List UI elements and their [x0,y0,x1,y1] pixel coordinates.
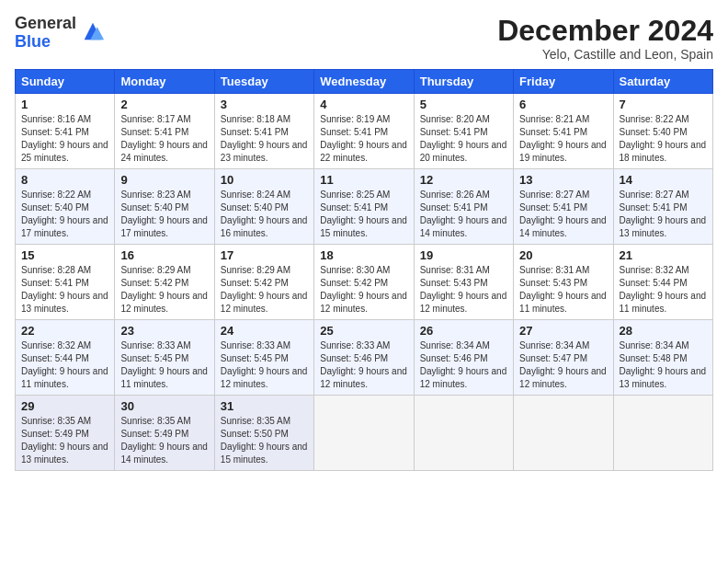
header-monday: Monday [115,70,214,94]
day-number: 17 [221,248,308,262]
day-number: 30 [120,399,208,413]
day-info: Sunrise: 8:27 AMSunset: 5:41 PMDaylight:… [519,190,607,238]
day-info: Sunrise: 8:22 AMSunset: 5:40 PMDaylight:… [21,190,108,238]
table-row: 1 Sunrise: 8:16 AMSunset: 5:41 PMDayligh… [16,94,115,169]
day-number: 25 [320,324,407,338]
day-info: Sunrise: 8:29 AMSunset: 5:42 PMDaylight:… [221,265,308,314]
header-sunday: Sunday [16,70,115,94]
day-info: Sunrise: 8:33 AMSunset: 5:46 PMDaylight:… [320,340,407,389]
table-row [514,396,613,471]
day-number: 2 [120,98,208,111]
header-friday: Friday [514,70,613,94]
day-info: Sunrise: 8:29 AMSunset: 5:42 PMDaylight:… [120,265,208,314]
day-info: Sunrise: 8:18 AMSunset: 5:41 PMDaylight:… [221,114,308,163]
logo-blue: Blue [15,33,76,52]
day-info: Sunrise: 8:30 AMSunset: 5:42 PMDaylight:… [320,265,407,314]
table-row: 6 Sunrise: 8:21 AMSunset: 5:41 PMDayligh… [514,94,613,169]
day-info: Sunrise: 8:22 AMSunset: 5:40 PMDaylight:… [620,114,707,163]
table-row: 15 Sunrise: 8:28 AMSunset: 5:41 PMDaylig… [16,245,115,320]
table-row: 5 Sunrise: 8:20 AMSunset: 5:41 PMDayligh… [414,94,513,169]
table-row: 4 Sunrise: 8:19 AMSunset: 5:41 PMDayligh… [314,94,414,169]
day-number: 11 [320,173,407,187]
day-number: 26 [420,324,507,338]
day-info: Sunrise: 8:35 AMSunset: 5:49 PMDaylight:… [120,416,208,465]
page-container: General Blue December 2024 Yelo, Castill… [0,0,728,480]
table-row: 26 Sunrise: 8:34 AMSunset: 5:46 PMDaylig… [414,320,513,396]
table-row: 10 Sunrise: 8:24 AMSunset: 5:40 PMDaylig… [214,169,313,245]
header-saturday: Saturday [613,70,712,94]
table-row [314,396,414,471]
day-info: Sunrise: 8:16 AMSunset: 5:41 PMDaylight:… [21,114,108,163]
calendar-week-3: 22 Sunrise: 8:32 AMSunset: 5:44 PMDaylig… [16,320,713,396]
day-info: Sunrise: 8:17 AMSunset: 5:41 PMDaylight:… [120,114,208,163]
day-number: 31 [221,399,308,413]
table-row: 9 Sunrise: 8:23 AMSunset: 5:40 PMDayligh… [115,169,214,245]
day-number: 4 [320,98,407,111]
day-info: Sunrise: 8:34 AMSunset: 5:48 PMDaylight:… [620,340,707,389]
table-row: 23 Sunrise: 8:33 AMSunset: 5:45 PMDaylig… [115,320,214,396]
day-number: 15 [21,248,108,262]
day-number: 18 [320,248,407,262]
day-number: 12 [420,173,507,187]
table-row: 21 Sunrise: 8:32 AMSunset: 5:44 PMDaylig… [613,245,712,320]
day-info: Sunrise: 8:26 AMSunset: 5:41 PMDaylight:… [420,190,507,238]
day-number: 21 [620,248,707,262]
logo-icon [80,18,106,44]
day-info: Sunrise: 8:28 AMSunset: 5:41 PMDaylight:… [21,265,108,314]
title-block: December 2024 Yelo, Castille and Leon, S… [497,15,713,62]
table-row: 14 Sunrise: 8:27 AMSunset: 5:41 PMDaylig… [613,169,712,245]
day-info: Sunrise: 8:31 AMSunset: 5:43 PMDaylight:… [420,265,507,314]
day-number: 23 [120,324,208,338]
table-row [613,396,712,471]
day-info: Sunrise: 8:35 AMSunset: 5:49 PMDaylight:… [21,416,108,465]
day-info: Sunrise: 8:35 AMSunset: 5:50 PMDaylight:… [221,416,308,465]
day-number: 24 [221,324,308,338]
day-number: 29 [21,399,108,413]
day-number: 5 [420,98,507,111]
table-row: 12 Sunrise: 8:26 AMSunset: 5:41 PMDaylig… [414,169,513,245]
day-number: 22 [21,324,108,338]
table-row: 8 Sunrise: 8:22 AMSunset: 5:40 PMDayligh… [16,169,115,245]
table-row [414,396,513,471]
table-row: 3 Sunrise: 8:18 AMSunset: 5:41 PMDayligh… [214,94,313,169]
table-row: 17 Sunrise: 8:29 AMSunset: 5:42 PMDaylig… [214,245,313,320]
table-row: 25 Sunrise: 8:33 AMSunset: 5:46 PMDaylig… [314,320,414,396]
day-info: Sunrise: 8:33 AMSunset: 5:45 PMDaylight:… [221,340,308,389]
day-number: 7 [620,98,707,111]
table-row: 31 Sunrise: 8:35 AMSunset: 5:50 PMDaylig… [214,396,313,471]
day-number: 20 [519,248,607,262]
table-row: 20 Sunrise: 8:31 AMSunset: 5:43 PMDaylig… [514,245,613,320]
day-info: Sunrise: 8:27 AMSunset: 5:41 PMDaylight:… [620,190,707,238]
day-number: 13 [519,173,607,187]
header-wednesday: Wednesday [314,70,414,94]
table-row: 24 Sunrise: 8:33 AMSunset: 5:45 PMDaylig… [214,320,313,396]
table-row: 13 Sunrise: 8:27 AMSunset: 5:41 PMDaylig… [514,169,613,245]
calendar-week-1: 8 Sunrise: 8:22 AMSunset: 5:40 PMDayligh… [16,169,713,245]
table-row: 30 Sunrise: 8:35 AMSunset: 5:49 PMDaylig… [115,396,214,471]
day-number: 1 [21,98,108,111]
day-number: 28 [620,324,707,338]
calendar-week-0: 1 Sunrise: 8:16 AMSunset: 5:41 PMDayligh… [16,94,713,169]
logo: General Blue [15,15,106,52]
table-row: 29 Sunrise: 8:35 AMSunset: 5:49 PMDaylig… [16,396,115,471]
day-info: Sunrise: 8:24 AMSunset: 5:40 PMDaylight:… [221,190,308,238]
calendar-week-2: 15 Sunrise: 8:28 AMSunset: 5:41 PMDaylig… [16,245,713,320]
location: Yelo, Castille and Leon, Spain [497,47,713,62]
table-row: 19 Sunrise: 8:31 AMSunset: 5:43 PMDaylig… [414,245,513,320]
day-info: Sunrise: 8:25 AMSunset: 5:41 PMDaylight:… [320,190,407,238]
table-row: 11 Sunrise: 8:25 AMSunset: 5:41 PMDaylig… [314,169,414,245]
day-number: 14 [620,173,707,187]
table-row: 22 Sunrise: 8:32 AMSunset: 5:44 PMDaylig… [16,320,115,396]
day-info: Sunrise: 8:20 AMSunset: 5:41 PMDaylight:… [420,114,507,163]
logo-text: General Blue [15,15,76,52]
header-thursday: Thursday [414,70,513,94]
table-row: 7 Sunrise: 8:22 AMSunset: 5:40 PMDayligh… [613,94,712,169]
day-number: 8 [21,173,108,187]
table-row: 27 Sunrise: 8:34 AMSunset: 5:47 PMDaylig… [514,320,613,396]
calendar-table: Sunday Monday Tuesday Wednesday Thursday… [15,69,713,471]
header-tuesday: Tuesday [214,70,313,94]
day-number: 10 [221,173,308,187]
day-info: Sunrise: 8:23 AMSunset: 5:40 PMDaylight:… [120,190,208,238]
calendar-week-4: 29 Sunrise: 8:35 AMSunset: 5:49 PMDaylig… [16,396,713,471]
day-info: Sunrise: 8:19 AMSunset: 5:41 PMDaylight:… [320,114,407,163]
